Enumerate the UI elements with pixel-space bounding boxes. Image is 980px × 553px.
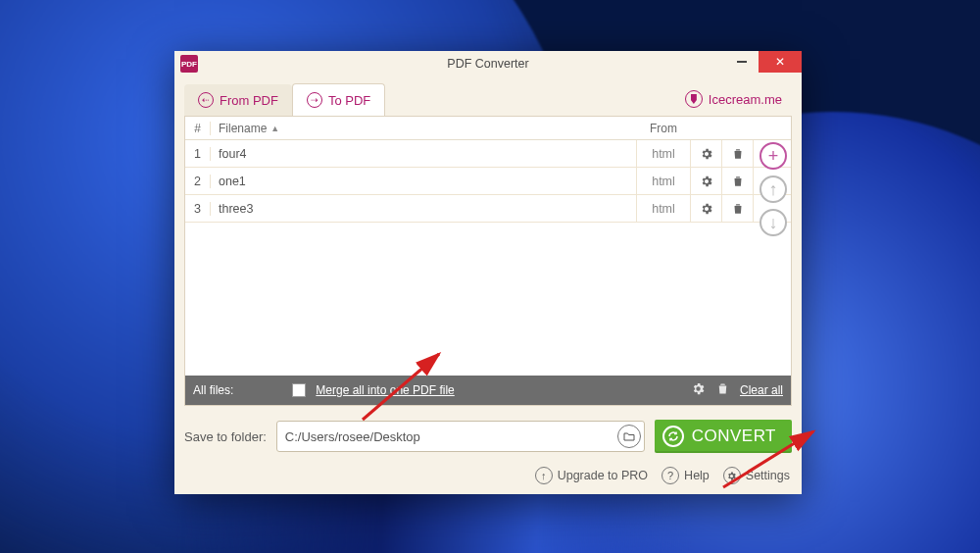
file-list-panel: # Filename ▲ From 1 four4 html 2 one1 ht… [184, 116, 792, 406]
row-settings-button[interactable] [691, 195, 722, 222]
row-filename: one1 [211, 175, 636, 188]
convert-button[interactable]: CONVERT [655, 420, 792, 453]
row-from: html [636, 195, 691, 222]
tab-to-pdf[interactable]: ⇢ To PDF [292, 83, 385, 116]
all-settings-button[interactable] [691, 381, 706, 399]
tab-label: To PDF [328, 93, 370, 108]
row-from: html [636, 140, 691, 167]
brand-link[interactable]: Icecream.me [675, 82, 792, 116]
all-files-bar: All files: Merge all into one PDF file C… [185, 376, 791, 405]
browse-folder-button[interactable] [617, 425, 641, 448]
footer: ↑ Upgrade to PRO ? Help Settings [174, 461, 802, 494]
table-header: # Filename ▲ From [185, 117, 791, 140]
help-link[interactable]: ? Help [662, 467, 710, 484]
close-button[interactable] [759, 51, 802, 73]
save-path-field [276, 421, 645, 452]
col-from[interactable]: From [636, 122, 691, 135]
table-body: 1 four4 html 2 one1 html 3 three3 html [185, 140, 791, 376]
table-row[interactable]: 1 four4 html [185, 140, 791, 168]
app-window: PDF PDF Converter ⇠ From PDF ⇢ To PDF Ic… [174, 51, 802, 494]
help-icon: ? [662, 467, 679, 484]
row-number: 1 [185, 147, 211, 161]
row-delete-button[interactable] [722, 195, 754, 222]
row-number: 2 [185, 175, 211, 188]
row-filename: four4 [211, 147, 636, 161]
clear-all-button[interactable]: Clear all [740, 383, 783, 397]
row-delete-button[interactable] [722, 140, 754, 167]
row-filename: three3 [211, 202, 636, 216]
save-path-input[interactable] [276, 421, 645, 452]
sort-asc-icon: ▲ [270, 124, 279, 133]
move-up-button[interactable]: ↑ [760, 176, 787, 203]
col-filename[interactable]: Filename ▲ [211, 122, 636, 135]
all-files-label: All files: [193, 383, 233, 397]
tab-bar: ⇠ From PDF ⇢ To PDF Icecream.me [174, 76, 802, 116]
move-down-button[interactable]: ↓ [760, 209, 787, 236]
window-controls [725, 51, 802, 73]
table-row[interactable]: 2 one1 html [185, 168, 791, 195]
row-from: html [636, 168, 691, 194]
titlebar: PDF PDF Converter [174, 51, 802, 76]
side-buttons: + ↑ ↓ [760, 142, 787, 236]
row-settings-button[interactable] [691, 140, 722, 167]
row-delete-button[interactable] [722, 168, 754, 194]
upgrade-link[interactable]: ↑ Upgrade to PRO [535, 467, 648, 484]
merge-checkbox[interactable] [292, 383, 306, 397]
merge-label[interactable]: Merge all into one PDF file [316, 383, 454, 397]
tab-from-pdf[interactable]: ⇠ From PDF [184, 84, 292, 116]
brand-label: Icecream.me [709, 92, 782, 107]
tab-label: From PDF [220, 93, 278, 108]
icecream-icon [685, 90, 703, 108]
add-file-button[interactable]: + [760, 142, 787, 170]
window-title: PDF Converter [174, 57, 802, 71]
from-pdf-icon: ⇠ [198, 92, 214, 108]
settings-icon [723, 467, 741, 484]
settings-link[interactable]: Settings [723, 467, 790, 484]
trash-icon [715, 381, 730, 399]
upgrade-icon: ↑ [535, 467, 553, 484]
save-label: Save to folder: [184, 429, 267, 444]
save-row: Save to folder: CONVERT [174, 406, 802, 461]
convert-icon [662, 426, 684, 447]
to-pdf-icon: ⇢ [307, 92, 322, 108]
row-number: 3 [185, 202, 211, 216]
row-settings-button[interactable] [691, 168, 722, 194]
table-row[interactable]: 3 three3 html [185, 195, 791, 223]
convert-label: CONVERT [692, 427, 776, 446]
minimize-button[interactable] [725, 51, 759, 73]
col-number[interactable]: # [185, 122, 211, 135]
